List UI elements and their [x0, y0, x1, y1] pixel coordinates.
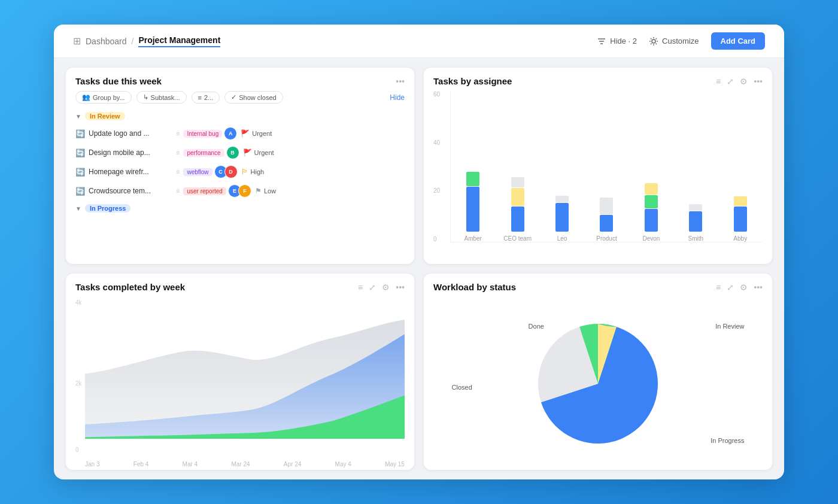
y-axis: 60 40 20 0 [433, 91, 448, 242]
y-label-40: 40 [433, 139, 448, 146]
y-label-4k: 4k [75, 299, 82, 306]
bar-gray [555, 196, 569, 202]
more-options-icon[interactable]: ••• [396, 77, 405, 86]
expand-icon[interactable]: ⤢ [369, 283, 376, 292]
bar-blue [645, 209, 658, 232]
bar-green [466, 172, 479, 186]
y-label-2k: 2k [75, 380, 82, 387]
task-tag: Internal bug [183, 130, 222, 138]
bar-stack [466, 172, 479, 232]
tasks-due-actions: ••• [396, 77, 405, 86]
task-avatars: B [229, 146, 239, 159]
bar-label-smith: Smith [688, 235, 704, 242]
svg-point-3 [652, 40, 655, 43]
more-icon[interactable]: ••• [396, 283, 405, 292]
more-icon[interactable]: ••• [754, 283, 763, 292]
x-label-apr24: Apr 24 [284, 461, 301, 467]
group-by-filter[interactable]: 👥 Group by... [75, 91, 132, 104]
avatar: F [238, 184, 251, 198]
table-row[interactable]: 🔄 Update logo and ... ≡ Internal bug A 🚩… [71, 124, 409, 143]
breadcrumb-parent[interactable]: Dashboard [86, 37, 127, 46]
priority-flag: ⚑ [255, 187, 262, 195]
subtask-filter[interactable]: ↳ Subtask... [136, 91, 187, 104]
group-in-progress[interactable]: ▼ In Progress [71, 201, 409, 216]
priority-label: Urgent [254, 149, 274, 156]
check-icon: ✓ [231, 93, 236, 101]
filter-icon: ≡ [198, 94, 202, 101]
pie-chart-wrap: In Review Done Closed In Progress [424, 297, 772, 470]
bar-chart-area: 60 40 20 0 Amber [424, 91, 772, 264]
tasks-list: ▼ In Review 🔄 Update logo and ... ≡ Inte… [66, 108, 414, 264]
task-avatars: C D [217, 165, 238, 178]
bar-label-devon: Devon [642, 235, 660, 242]
x-label-jan3: Jan 3 [85, 461, 99, 467]
dashboard-icon: ⊞ [73, 35, 81, 47]
x-label-mar4: Mar 4 [183, 461, 198, 467]
filter-icon[interactable]: ≡ [716, 283, 721, 292]
task-status-icon: 🔄 [75, 148, 85, 157]
customize-button[interactable]: Customize [649, 37, 699, 46]
x-label-feb4: Feb 4 [133, 461, 149, 467]
bar-label-product: Product [596, 235, 617, 242]
completed-card: Tasks completed by week ≡ ⤢ ⚙ ••• 4k 2k … [66, 274, 414, 470]
subtask-icon: ↳ [143, 93, 148, 101]
assignee-card: Tasks by assignee ≡ ⤢ ⚙ ••• 60 40 20 0 [424, 68, 772, 264]
task-priority: 🚩 Urgent [243, 148, 276, 157]
header: ⊞ Dashboard / Project Management Hide · … [54, 25, 784, 58]
task-status-icon: 🔄 [75, 168, 85, 177]
workload-card: Workload by status ≡ ⤢ ⚙ ••• [424, 274, 772, 470]
table-row[interactable]: 🔄 Crowdsource tem... ≡ user reported E F… [71, 181, 409, 201]
bar-group-abby: Abby [718, 196, 763, 242]
table-row[interactable]: 🔄 Homepage wirefr... ≡ webflow C D 🏳 Hig… [71, 162, 409, 181]
breadcrumb-current: Project Management [138, 35, 220, 47]
priority-flag: 🚩 [243, 148, 252, 157]
bar-stack [511, 177, 524, 232]
task-name: Update logo and ... [89, 129, 172, 138]
bar-blue [689, 211, 702, 232]
workload-title: Workload by status [433, 282, 516, 292]
avatar: B [226, 146, 239, 159]
task-avatars: A [227, 127, 237, 140]
settings-icon[interactable]: ⚙ [740, 283, 748, 292]
bar-label-leo: Leo [557, 235, 567, 242]
table-row[interactable]: 🔄 Design mobile ap... ≡ performance B 🚩 … [71, 143, 409, 162]
expand-icon[interactable]: ⤢ [727, 283, 734, 292]
filter-icon[interactable]: ≡ [358, 283, 363, 292]
completed-header: Tasks completed by week ≡ ⤢ ⚙ ••• [66, 274, 414, 297]
avatar: A [224, 127, 237, 140]
tasks-due-title: Tasks due this week [75, 76, 162, 86]
bar-group-ceo: CEO team [495, 177, 539, 242]
settings-icon[interactable]: ⚙ [740, 77, 748, 86]
bar-gray [511, 177, 524, 187]
bar-gray [689, 204, 702, 211]
hide-button[interactable]: Hide · 2 [597, 37, 637, 46]
bar-group-devon: Devon [629, 183, 673, 242]
group-chevron-review: ▼ [75, 113, 81, 120]
completed-actions: ≡ ⤢ ⚙ ••• [358, 283, 405, 292]
settings-icon[interactable]: ⚙ [382, 283, 390, 292]
header-actions: Hide · 2 Customize Add Card [597, 32, 765, 50]
tasks-due-header: Tasks due this week ••• [66, 68, 414, 91]
bar-label-abby: Abby [733, 235, 747, 242]
in-review-badge: In Review [85, 112, 125, 120]
workload-header: Workload by status ≡ ⤢ ⚙ ••• [424, 274, 772, 297]
add-card-button[interactable]: Add Card [711, 32, 766, 50]
expand-icon[interactable]: ⤢ [727, 77, 734, 86]
y-label-20: 20 [433, 187, 448, 194]
hide-tasks-button[interactable]: Hide [390, 93, 405, 102]
show-closed-filter[interactable]: ✓ Show closed [224, 91, 283, 104]
bar-stack [600, 198, 613, 232]
task-name: Design mobile ap... [89, 148, 172, 157]
y-label-0: 0 [75, 447, 79, 453]
filter-icon [597, 37, 606, 46]
show-closed-label: Show closed [239, 94, 276, 101]
task-tag: webflow [183, 168, 212, 176]
filter-icon[interactable]: ≡ [716, 77, 721, 86]
breadcrumb: ⊞ Dashboard / Project Management [73, 35, 220, 47]
avatar: D [224, 165, 238, 178]
count-filter[interactable]: ≡ 2... [192, 92, 220, 104]
group-in-review[interactable]: ▼ In Review [71, 108, 409, 124]
assignee-actions: ≡ ⤢ ⚙ ••• [716, 77, 763, 86]
more-icon[interactable]: ••• [754, 77, 763, 86]
bar-blue [555, 203, 569, 232]
